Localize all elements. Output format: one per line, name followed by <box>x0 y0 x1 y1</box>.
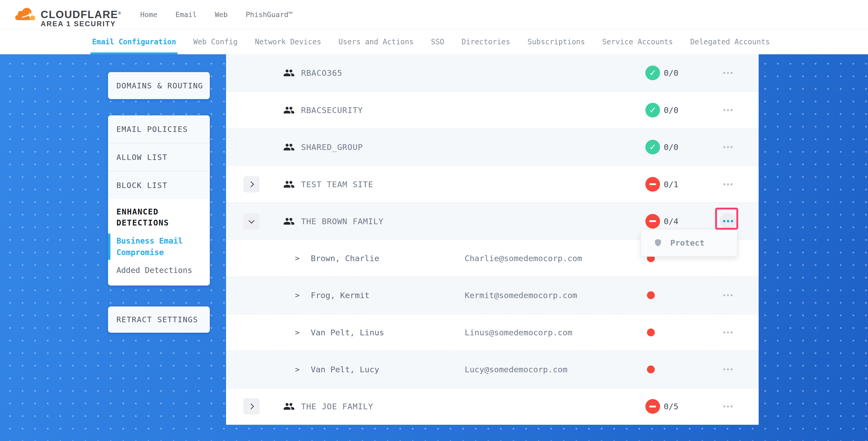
group-name: RBACO365 <box>301 68 342 77</box>
row-menu-button[interactable] <box>717 139 739 155</box>
status-count: 0/0 <box>664 105 678 115</box>
top-nav-item-phishguard[interactable]: PhishGuard™ <box>246 10 293 19</box>
table-row-member[interactable]: > Van Pelt, Lucy Lucy@somedemocorp.com <box>226 351 758 387</box>
status-icon: ✓ <box>645 140 660 154</box>
group-name: THE BROWN FAMILY <box>301 217 384 226</box>
tab-service-accounts[interactable]: Service Accounts <box>602 29 673 54</box>
table-row-group[interactable]: TEST TEAM SITE ✓ 0/1 <box>226 165 758 202</box>
expand-button[interactable] <box>243 213 259 229</box>
member-status-dot <box>647 328 655 336</box>
sidebar-card-email-policies: EMAIL POLICIESALLOW LISTBLOCK LIST ENHAN… <box>108 115 210 286</box>
minus-icon <box>649 183 656 185</box>
table-row-member[interactable]: > Frog, Kermit Kermit@somedemocorp.com <box>226 277 758 314</box>
status-icon: ✓ <box>645 214 660 229</box>
status-icon: ✓ <box>645 103 660 118</box>
group-name: THE JOE FAMILY <box>301 402 373 411</box>
row-menu-button[interactable] <box>717 64 739 81</box>
content-background: DOMAINS & ROUTING EMAIL POLICIESALLOW LI… <box>0 54 868 441</box>
top-nav-item-web[interactable]: Web <box>215 10 228 19</box>
cloudflare-logo[interactable]: CLOUDFLARE® AREA 1 SECURITY <box>15 1 121 28</box>
group-icon <box>283 141 295 153</box>
check-icon: ✓ <box>649 142 656 152</box>
tab-subscriptions[interactable]: Subscriptions <box>527 29 585 54</box>
tab-users-and-actions[interactable]: Users and Actions <box>339 29 414 54</box>
row-menu-button[interactable] <box>717 287 739 304</box>
status-icon: ✓ <box>645 177 660 192</box>
sidebar-item-added-detections[interactable]: Added Detections <box>117 264 202 276</box>
check-icon: ✓ <box>649 105 656 115</box>
row-menu-button[interactable] <box>717 398 739 415</box>
member-email: Charlie@somedemocorp.com <box>465 254 582 263</box>
tab-delegated-accounts[interactable]: Delegated Accounts <box>690 29 770 54</box>
status-count: 0/5 <box>664 402 678 411</box>
member-email: Lucy@somedemocorp.com <box>465 365 567 374</box>
status-count: 0/4 <box>664 217 678 226</box>
table-row-group[interactable]: SHARED_GROUP ✓ 0/0 <box>226 128 758 165</box>
minus-icon <box>649 406 656 407</box>
top-nav: HomeEmailWebPhishGuard™ <box>140 10 293 19</box>
menu-item-protect[interactable]: Protect <box>670 238 705 248</box>
member-name: Frog, Kermit <box>311 290 370 300</box>
group-icon <box>283 216 295 227</box>
sidebar-item-allow-list[interactable]: ALLOW LIST <box>108 144 210 171</box>
member-status-dot <box>647 366 655 373</box>
active-indicator-bar <box>108 233 111 260</box>
tab-network-devices[interactable]: Network Devices <box>255 29 321 54</box>
sidebar-item-block-list[interactable]: BLOCK LIST <box>108 171 210 199</box>
member-name: Brown, Charlie <box>311 254 379 263</box>
row-menu-button[interactable] <box>717 176 739 193</box>
status-count: 0/0 <box>664 143 678 152</box>
member-email: Kermit@somedemocorp.com <box>465 290 577 300</box>
row-menu-button[interactable] <box>717 361 739 378</box>
member-chevron-icon[interactable]: > <box>295 365 300 374</box>
check-icon: ✓ <box>649 68 656 78</box>
tab-email-configuration[interactable]: Email Configuration <box>92 29 176 54</box>
member-chevron-icon[interactable]: > <box>295 254 300 263</box>
row-menu-button[interactable] <box>717 102 739 119</box>
sidebar-item-domains-routing[interactable]: DOMAINS & ROUTING <box>108 81 203 90</box>
group-name: RBACSECURITY <box>301 105 363 115</box>
status-count: 0/1 <box>664 180 678 189</box>
member-status-dot <box>647 291 655 299</box>
sidebar-item-business-email-compromise[interactable]: Business Email Compromise <box>117 235 202 258</box>
tab-web-config[interactable]: Web Config <box>193 29 238 54</box>
protect-shield-icon <box>653 238 662 248</box>
row-menu-button[interactable] <box>717 324 739 341</box>
tab-sso[interactable]: SSO <box>431 29 444 54</box>
table-row-group[interactable]: THE JOE FAMILY ✓ 0/5 <box>226 388 758 425</box>
status-icon: ✓ <box>645 399 660 414</box>
sidebar-item-enhanced-detections[interactable]: ENHANCED DETECTIONS <box>117 206 185 228</box>
top-nav-item-email[interactable]: Email <box>176 10 197 19</box>
top-nav-item-home[interactable]: Home <box>140 10 157 19</box>
expand-button[interactable] <box>243 176 259 192</box>
sidebar-item-email-policies[interactable]: EMAIL POLICIES <box>108 115 210 143</box>
table-row-group[interactable]: RBACO365 ✓ 0/0 <box>226 54 758 91</box>
group-name: SHARED_GROUP <box>301 143 363 152</box>
table-row-member[interactable]: > Van Pelt, Linus Linus@somedemocorp.com <box>226 314 758 351</box>
member-email: Linus@somedemocorp.com <box>465 328 572 337</box>
tab-directories[interactable]: Directories <box>462 29 510 54</box>
cloudflare-cloud-icon <box>15 6 38 23</box>
group-icon <box>283 401 295 412</box>
sidebar-enhanced-detections-section: ENHANCED DETECTIONS Business Email Compr… <box>108 199 210 286</box>
member-name: Van Pelt, Linus <box>311 328 384 337</box>
annotation-highlight-box <box>715 208 738 230</box>
member-chevron-icon[interactable]: > <box>295 291 300 300</box>
minus-icon <box>649 220 656 222</box>
status-icon: ✓ <box>645 66 660 80</box>
sidebar-card-retract-settings[interactable]: RETRACT SETTINGS <box>108 307 210 333</box>
sidebar-item-retract-settings[interactable]: RETRACT SETTINGS <box>108 315 198 324</box>
member-chevron-icon[interactable]: > <box>295 328 300 337</box>
logo-brand: CLOUDFLARE® <box>41 8 121 20</box>
status-count: 0/0 <box>664 68 678 77</box>
table-row-group[interactable]: RBACSECURITY ✓ 0/0 <box>226 91 758 128</box>
group-icon <box>283 104 295 116</box>
app-header: CLOUDFLARE® AREA 1 SECURITY HomeEmailWeb… <box>0 0 868 29</box>
group-icon <box>283 67 295 78</box>
sidebar-card-domains-routing[interactable]: DOMAINS & ROUTING <box>108 72 210 99</box>
logo-subtitle: AREA 1 SECURITY <box>41 20 121 28</box>
expand-button[interactable] <box>243 398 259 414</box>
group-name: TEST TEAM SITE <box>301 180 373 189</box>
section-tabs: Email ConfigurationWeb ConfigNetwork Dev… <box>0 29 868 54</box>
row-context-menu: Protect <box>640 229 737 257</box>
